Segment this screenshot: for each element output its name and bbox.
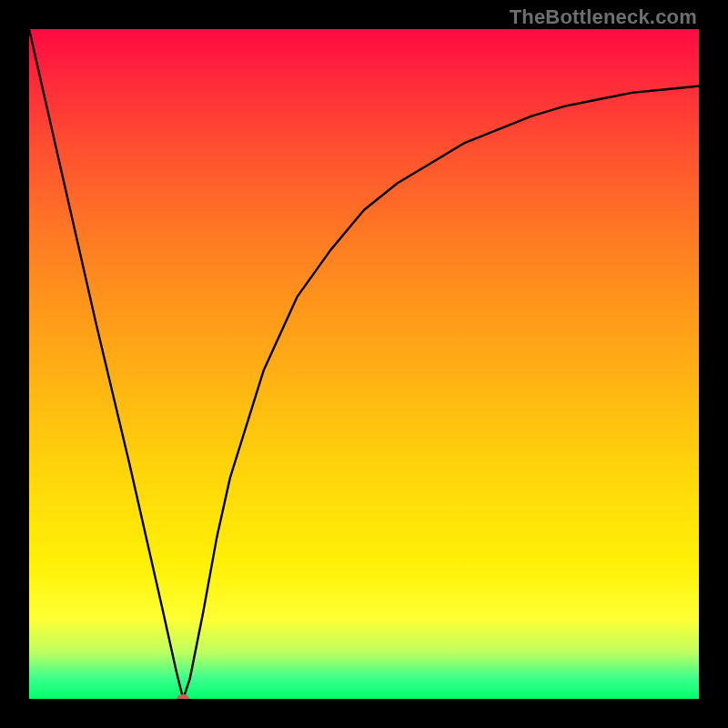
minimum-marker bbox=[177, 694, 189, 699]
chart-frame: TheBottleneck.com bbox=[0, 0, 728, 728]
plot-area bbox=[29, 29, 699, 699]
bottleneck-curve bbox=[29, 29, 699, 699]
watermark-text: TheBottleneck.com bbox=[510, 5, 697, 29]
